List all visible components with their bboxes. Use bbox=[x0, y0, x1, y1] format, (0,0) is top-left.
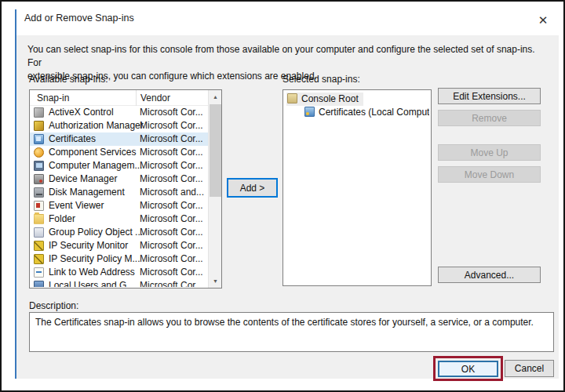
move-up-button[interactable]: Move Up bbox=[438, 144, 541, 161]
devicemgr-icon bbox=[34, 174, 44, 184]
folder-icon bbox=[287, 93, 297, 103]
description-label: Description: bbox=[29, 300, 78, 311]
list-item[interactable]: Component ServicesMicrosoft Cor... bbox=[30, 146, 208, 159]
cancel-button[interactable]: Cancel bbox=[505, 360, 554, 377]
description-box: The Certificates snap-in allows you to b… bbox=[29, 312, 554, 352]
list-header: Snap-in Vendor bbox=[30, 90, 208, 106]
folder-icon bbox=[34, 214, 44, 224]
ipsec-icon bbox=[34, 241, 44, 251]
list-item[interactable]: Local Users and G...Microsoft Cor... bbox=[30, 279, 208, 287]
snapin-name: Link to Web Address bbox=[49, 266, 135, 279]
move-down-button[interactable]: Move Down bbox=[438, 166, 541, 183]
snapin-name: Computer Managem... bbox=[49, 159, 142, 172]
snapin-vendor: Microsoft Cor... bbox=[140, 132, 203, 146]
tree-item-label: Certificates (Local Computer) bbox=[319, 107, 429, 118]
list-item[interactable]: Group Policy Object ...Microsoft Cor... bbox=[30, 226, 208, 239]
link-icon bbox=[34, 267, 44, 278]
activex-icon bbox=[34, 107, 44, 118]
list-item[interactable]: Device ManagerMicrosoft Cor... bbox=[30, 172, 208, 186]
tree-item-console-root[interactable]: Console Root bbox=[286, 93, 363, 106]
tree-item-label: Console Root bbox=[301, 93, 359, 104]
list-item[interactable]: Link to Web AddressMicrosoft Cor... bbox=[30, 266, 208, 279]
list-item[interactable]: Authorization ManagerMicrosoft Cor... bbox=[30, 119, 208, 132]
tree-item-certificates[interactable]: Certificates (Local Computer) bbox=[304, 106, 429, 119]
add-remove-snapins-dialog: Add or Remove Snap-ins ✕ You can select … bbox=[0, 0, 565, 392]
list-item[interactable]: ActiveX ControlMicrosoft Cor... bbox=[30, 106, 208, 119]
snapin-name: Group Policy Object ... bbox=[49, 226, 143, 239]
description-text: The Certificates snap-in allows you to b… bbox=[35, 317, 548, 328]
list-item[interactable]: Disk ManagementMicrosoft and... bbox=[30, 186, 208, 199]
edit-extensions-button[interactable]: Edit Extensions... bbox=[438, 88, 541, 104]
snapin-vendor: Microsoft and... bbox=[140, 186, 204, 199]
authmgr-icon bbox=[34, 121, 44, 131]
localusers-icon bbox=[34, 281, 44, 287]
list-item[interactable]: CertificatesMicrosoft Cor... bbox=[30, 132, 208, 146]
list-item[interactable]: IP Security MonitorMicrosoft Cor... bbox=[30, 239, 208, 252]
vertical-scrollbar[interactable]: ▲ ▼ bbox=[208, 90, 221, 288]
snapin-name: Component Services bbox=[49, 146, 136, 159]
snapin-name: IP Security Policy M... bbox=[49, 252, 140, 266]
scrollbar-thumb[interactable] bbox=[210, 104, 221, 197]
snapin-vendor: Microsoft Cor... bbox=[140, 146, 203, 159]
column-header-vendor[interactable]: Vendor bbox=[137, 90, 209, 106]
snapin-name: Authorization Manager bbox=[49, 119, 144, 132]
selected-snapins-list: Console Root Certificates (Local Compute… bbox=[282, 89, 432, 286]
diskmgmt-icon bbox=[34, 187, 44, 198]
snapin-vendor: Microsoft Cor... bbox=[140, 172, 203, 186]
snapin-vendor: Microsoft Cor... bbox=[140, 212, 203, 226]
snapin-vendor: Microsoft Cor... bbox=[140, 159, 203, 172]
snapin-name: Certificates bbox=[49, 132, 96, 146]
snapin-vendor: Microsoft Cor... bbox=[140, 239, 203, 252]
list-item[interactable]: Computer Managem...Microsoft Cor... bbox=[30, 159, 208, 172]
ok-button[interactable]: OK bbox=[438, 361, 498, 377]
close-icon[interactable]: ✕ bbox=[532, 10, 554, 31]
snapin-vendor: Microsoft Cor... bbox=[140, 226, 203, 239]
selected-snapins-label: Selected snap-ins: bbox=[282, 74, 360, 85]
snapin-vendor: Microsoft Cor... bbox=[140, 252, 203, 266]
available-snapins-list: Snap-in Vendor ActiveX ControlMicrosoft … bbox=[29, 89, 222, 289]
snapin-vendor: Microsoft Cor... bbox=[140, 279, 203, 287]
snapin-name: IP Security Monitor bbox=[49, 239, 128, 252]
computer-icon bbox=[34, 161, 44, 171]
dialog-title: Add or Remove Snap-ins bbox=[24, 13, 134, 24]
column-header-snapin[interactable]: Snap-in bbox=[30, 90, 137, 106]
list-item[interactable]: Event ViewerMicrosoft Cor... bbox=[30, 199, 208, 212]
snapin-vendor: Microsoft Cor... bbox=[140, 119, 203, 132]
available-list-rows: ActiveX ControlMicrosoft Cor...Authoriza… bbox=[30, 106, 208, 287]
gpo-icon bbox=[34, 227, 44, 238]
scroll-up-icon[interactable]: ▲ bbox=[209, 90, 222, 103]
add-button[interactable]: Add > bbox=[227, 178, 278, 198]
eventvwr-icon bbox=[34, 201, 44, 211]
advanced-button[interactable]: Advanced... bbox=[438, 267, 541, 283]
list-item[interactable]: IP Security Policy M...Microsoft Cor... bbox=[30, 252, 208, 266]
dialog-body: You can select snap-ins for this console… bbox=[16, 35, 559, 379]
snapin-vendor: Microsoft Cor... bbox=[140, 266, 203, 279]
snapin-vendor: Microsoft Cor... bbox=[140, 106, 203, 119]
snapin-name: Device Manager bbox=[49, 172, 117, 186]
certificates-icon bbox=[34, 134, 44, 144]
intro-line-1: You can select snap-ins for this console… bbox=[27, 44, 535, 68]
certificate-icon bbox=[304, 107, 315, 117]
snapin-vendor: Microsoft Cor... bbox=[140, 199, 203, 212]
snapin-name: Folder bbox=[49, 212, 75, 226]
remove-button[interactable]: Remove bbox=[438, 110, 541, 126]
list-item[interactable]: FolderMicrosoft Cor... bbox=[30, 212, 208, 226]
component-icon bbox=[34, 147, 44, 158]
scroll-down-icon[interactable]: ▼ bbox=[209, 274, 222, 288]
snapin-name: Local Users and G... bbox=[49, 279, 134, 287]
available-snapins-label: Available snap-ins: bbox=[29, 74, 108, 85]
snapin-name: ActiveX Control bbox=[49, 106, 114, 119]
ipsec-icon bbox=[34, 254, 44, 264]
snapin-name: Disk Management bbox=[49, 186, 125, 199]
snapin-name: Event Viewer bbox=[49, 199, 104, 212]
